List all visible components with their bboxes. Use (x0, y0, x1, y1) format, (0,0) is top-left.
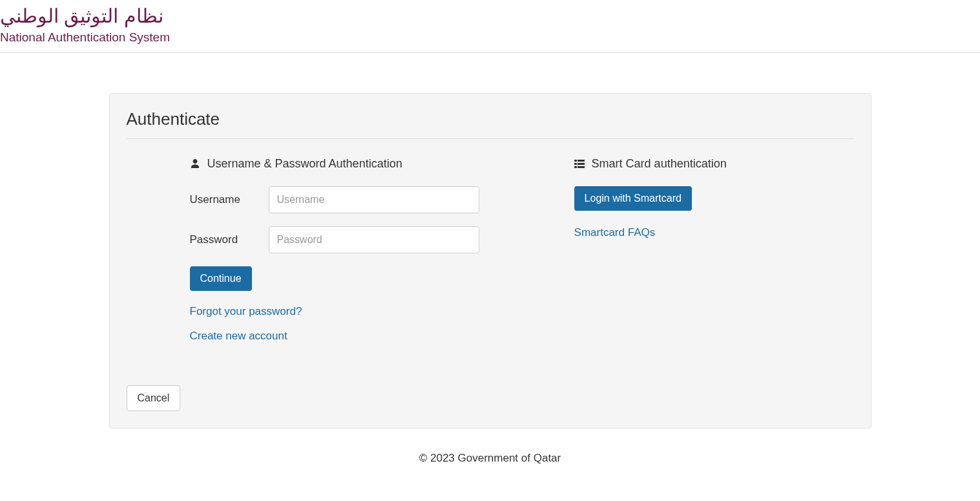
svg-rect-5 (578, 166, 585, 168)
userpass-section-title-text: Username & Password Authentication (207, 157, 402, 170)
svg-rect-0 (574, 160, 577, 162)
smartcard-section: Smart Card authentication Login with Sma… (574, 157, 854, 354)
smartcard-button-wrap: Login with Smartcard (574, 186, 854, 211)
auth-columns: Username & Password Authentication Usern… (127, 157, 854, 354)
copyright-text: © 2023 Government of Qatar (419, 452, 561, 464)
cancel-button[interactable]: Cancel (127, 385, 181, 411)
password-input[interactable] (269, 226, 479, 253)
list-icon (574, 158, 585, 172)
smartcard-faq-link-wrap: Smartcard FAQs (574, 226, 854, 239)
page-footer: © 2023 Government of Qatar (0, 452, 980, 465)
logo-english-text: National Authentication System (0, 30, 980, 45)
user-icon (190, 158, 200, 172)
userpass-section-title: Username & Password Authentication (190, 157, 548, 172)
create-account-link[interactable]: Create new account (190, 330, 287, 343)
username-password-section: Username & Password Authentication Usern… (127, 157, 548, 354)
smartcard-section-title: Smart Card authentication (574, 157, 854, 172)
forgot-password-link[interactable]: Forgot your password? (190, 305, 302, 318)
logo-block: نظام التوثيق الوطني National Authenticat… (0, 5, 980, 45)
continue-button[interactable]: Continue (190, 266, 252, 291)
cancel-button-wrap: Cancel (127, 385, 854, 411)
login-smartcard-button[interactable]: Login with Smartcard (574, 186, 692, 211)
password-row: Password (190, 226, 548, 253)
continue-button-wrap: Continue (190, 266, 548, 291)
username-label: Username (190, 193, 269, 206)
auth-panel: Authenticate Username & Password Authent… (109, 93, 871, 429)
username-row: Username (190, 186, 548, 213)
smartcard-section-title-text: Smart Card authentication (592, 157, 727, 170)
username-input[interactable] (269, 186, 479, 213)
svg-rect-4 (574, 166, 577, 168)
svg-rect-1 (578, 160, 585, 162)
panel-title: Authenticate (127, 109, 854, 139)
forgot-password-link-wrap: Forgot your password? (190, 305, 548, 318)
create-account-link-wrap: Create new account (190, 330, 548, 343)
password-label: Password (190, 233, 269, 246)
smartcard-faq-link[interactable]: Smartcard FAQs (574, 226, 656, 239)
logo-arabic-text: نظام التوثيق الوطني (0, 5, 980, 27)
svg-rect-2 (574, 163, 577, 165)
page-header: نظام التوثيق الوطني National Authenticat… (0, 0, 980, 53)
svg-rect-3 (578, 163, 585, 165)
